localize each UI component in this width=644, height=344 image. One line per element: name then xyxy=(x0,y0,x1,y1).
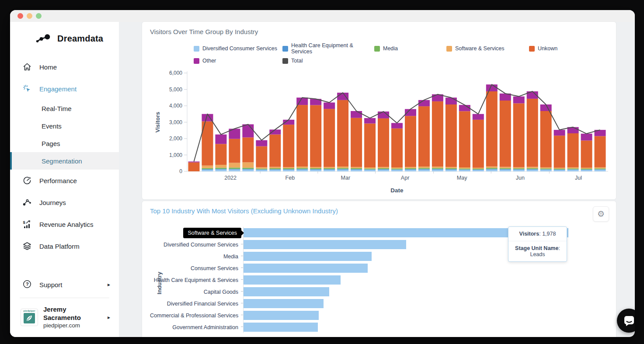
legend-item-other[interactable]: Other xyxy=(194,58,282,64)
top-chart-legend: Diversified Consumer Services Health Car… xyxy=(194,42,608,64)
legend-item-software-services[interactable]: Software & Services xyxy=(446,45,529,52)
sidebar-nav: Home Engagement Real-Time Events xyxy=(10,56,119,257)
industry-bar[interactable] xyxy=(244,240,406,249)
svg-text:May: May xyxy=(457,175,467,181)
industry-bar-row[interactable]: Government Administration xyxy=(150,321,608,333)
industry-bar[interactable] xyxy=(244,252,372,261)
visitors-chart-canvas: 01,0002,0003,0004,0005,0006,0002022FebMa… xyxy=(150,67,608,197)
sidebar-divider xyxy=(20,298,109,298)
industry-label: Government Administration xyxy=(150,324,243,330)
close-window-button[interactable] xyxy=(17,13,23,19)
user-org: piedpiper.com xyxy=(43,322,102,329)
legend-swatch xyxy=(282,58,288,64)
industry-label: Consumer Services xyxy=(150,265,243,271)
sidebar-item-home[interactable]: Home xyxy=(10,56,119,78)
svg-text:Mar: Mar xyxy=(341,175,351,181)
sidebar-item-segmentation[interactable]: Segmentation xyxy=(10,152,119,170)
sidebar-item-revenue-analytics[interactable]: $ Revenue Analytics xyxy=(10,213,119,235)
sidebar-item-pages[interactable]: Pages xyxy=(10,135,119,152)
svg-text:2,000: 2,000 xyxy=(169,136,182,142)
svg-text:5,000: 5,000 xyxy=(169,87,182,93)
sidebar-item-support[interactable]: ? Support ▸ xyxy=(10,274,119,295)
gear-icon: ⚙ xyxy=(597,210,605,218)
main-content: Visitors Over Time Group By Industry Div… xyxy=(119,22,635,337)
piedpiper-leaf-icon xyxy=(24,313,35,323)
industry-bar-row[interactable]: Commercial & Professional Services xyxy=(150,309,608,321)
industry-bar-row[interactable]: Capital Goods xyxy=(150,286,608,298)
visitors-over-time-card: Visitors Over Time Group By Industry Div… xyxy=(142,22,616,199)
svg-text:3,000: 3,000 xyxy=(169,119,182,125)
chat-bubble-icon xyxy=(623,314,635,327)
revenue-analytics-icon: $ xyxy=(22,219,32,229)
industry-label: Commercial & Professional Services xyxy=(150,313,243,319)
journeys-icon xyxy=(22,198,32,207)
legend-swatch xyxy=(194,46,199,52)
sidebar-item-real-time[interactable]: Real-Time xyxy=(10,100,119,117)
industry-bar-row[interactable]: Diversified Financial Services xyxy=(150,298,608,309)
legend-item-health-care[interactable]: Health Care Equipment & Services xyxy=(282,42,374,55)
legend-item-unkown[interactable]: Unkown xyxy=(529,45,608,52)
highlighted-category-tag: Software & Services xyxy=(183,228,241,238)
chart-settings-button[interactable]: ⚙ xyxy=(593,206,609,222)
window-titlebar xyxy=(10,10,635,22)
tooltip-stage-row: Stage Unit Name: Leads xyxy=(508,241,567,261)
top10-industry-card: Top 10 Industry With Most Visitors (Excl… xyxy=(142,201,616,337)
svg-text:Feb: Feb xyxy=(285,175,295,181)
sidebar-item-journeys[interactable]: Journeys xyxy=(10,191,119,213)
support-icon: ? xyxy=(22,279,32,290)
tooltip-visitors-row: Visitors: 1,978 xyxy=(508,227,567,241)
sidebar-item-label: Journeys xyxy=(39,199,66,206)
zoom-window-button[interactable] xyxy=(36,13,42,19)
industry-label: Diversified Consumer Services xyxy=(150,242,243,248)
app-window: Dreamdata Home xyxy=(10,10,635,337)
legend-swatch xyxy=(374,46,380,52)
svg-text:Jun: Jun xyxy=(516,175,525,181)
engagement-icon xyxy=(22,84,32,94)
sidebar-item-label: Revenue Analytics xyxy=(39,221,93,228)
industry-bar[interactable] xyxy=(244,287,329,296)
y-axis-title: Visitors xyxy=(154,112,161,132)
sidebar-item-events[interactable]: Events xyxy=(10,117,119,135)
svg-text:2022: 2022 xyxy=(224,175,237,181)
avatar-org-text: piedpiper xyxy=(23,309,35,313)
chevron-right-icon: ▸ xyxy=(108,314,110,320)
chart-tooltip: Visitors: 1,978 Stage Unit Name: Leads xyxy=(508,226,567,262)
legend-item-diversified-consumer-services[interactable]: Diversified Consumer Services xyxy=(194,45,282,52)
brand-name: Dreamdata xyxy=(57,34,103,44)
sidebar-item-data-platform[interactable]: Data Platform xyxy=(10,235,119,257)
svg-text:Apr: Apr xyxy=(401,175,409,181)
legend-swatch xyxy=(194,58,199,64)
sidebar-item-label: Data Platform xyxy=(39,243,80,250)
user-account-button[interactable]: piedpiper Jeremy Sacramento piedpiper.co… xyxy=(10,301,119,337)
avatar: piedpiper xyxy=(21,309,38,326)
stacked-bar-chart: Visitors 01,0002,0003,0004,0005,0006,000… xyxy=(150,67,608,198)
industry-bar[interactable] xyxy=(244,275,341,285)
sidebar-item-label: Home xyxy=(39,63,57,71)
svg-text:0: 0 xyxy=(179,168,182,174)
sidebar-item-performance[interactable]: Performance xyxy=(10,170,119,191)
industry-bar[interactable] xyxy=(244,311,319,320)
dreamdata-logo-icon xyxy=(35,33,53,44)
sidebar-item-engagement[interactable]: Engagement xyxy=(10,78,119,100)
chevron-right-icon: ▸ xyxy=(108,281,110,288)
legend-item-total[interactable]: Total xyxy=(282,58,374,64)
industry-label: Health Care Equipment & Services xyxy=(150,277,243,283)
industry-bar[interactable] xyxy=(244,299,324,308)
industry-bar[interactable] xyxy=(244,323,318,332)
industry-bar-row[interactable]: Health Care Equipment & Services xyxy=(150,274,608,286)
industry-label: Capital Goods xyxy=(150,289,243,295)
industry-bar-row[interactable]: Consumer Services xyxy=(150,262,608,274)
sidebar-item-label: Engagement xyxy=(39,85,77,93)
svg-text:4,000: 4,000 xyxy=(169,103,182,109)
minimize-window-button[interactable] xyxy=(27,13,32,19)
svg-text:1,000: 1,000 xyxy=(169,152,182,158)
support-label: Support xyxy=(39,281,63,288)
svg-text:Jul: Jul xyxy=(575,175,582,181)
legend-item-media[interactable]: Media xyxy=(374,45,446,52)
bottom-chart-title: Top 10 Industry With Most Visitors (Excl… xyxy=(150,207,608,215)
svg-text:6,000: 6,000 xyxy=(169,70,182,76)
industry-label: Diversified Financial Services xyxy=(150,301,243,307)
legend-swatch xyxy=(446,46,452,52)
brand-logo: Dreamdata xyxy=(10,22,119,48)
industry-bar[interactable] xyxy=(244,264,368,273)
